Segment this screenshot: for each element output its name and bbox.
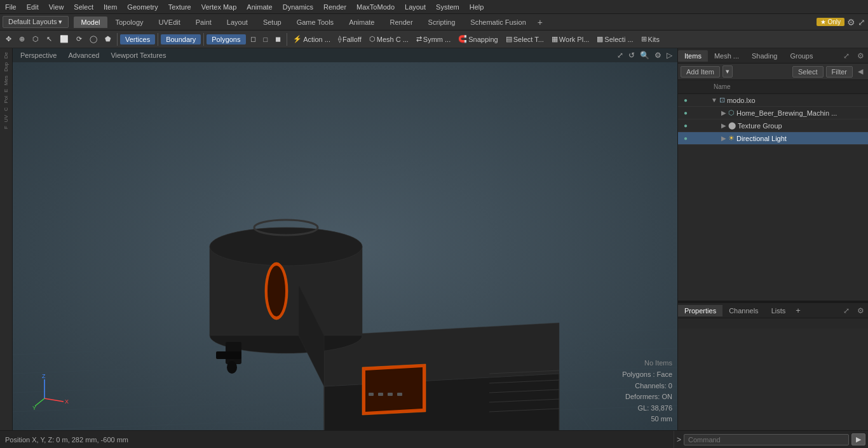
menu-render[interactable]: Render: [318, 2, 351, 12]
vis-icon-4[interactable]: ●: [681, 135, 691, 142]
tree-item-modo-lxo[interactable]: ● ▼ ⊡ modo.lxo: [678, 94, 868, 107]
tool-selectt[interactable]: ▤ Select T...: [503, 34, 547, 44]
tool-mode-extra[interactable]: ◻: [247, 34, 259, 44]
panel-tab-shading[interactable]: Shading: [745, 50, 783, 62]
vp-settings-icon[interactable]: ⚙: [653, 50, 663, 61]
menu-file[interactable]: File: [0, 2, 22, 12]
vp-3d-area[interactable]: No Items Polygons : Face Channels: 0 Def…: [13, 62, 677, 430]
tool-select[interactable]: ↖: [43, 34, 55, 44]
mode-vertices[interactable]: Vertices: [120, 34, 155, 44]
tool-kits[interactable]: ⊞ Kits: [638, 34, 663, 44]
panel-collapse-icon[interactable]: ◀: [855, 66, 865, 77]
tree-item-dir-light[interactable]: ● ▶ ☀ Directional Light: [678, 132, 868, 145]
vis-icon-1[interactable]: ●: [681, 97, 691, 104]
vis-icon-2[interactable]: ●: [681, 109, 691, 116]
left-tool-e[interactable]: E: [3, 88, 10, 93]
layout-tab-add[interactable]: +: [534, 16, 546, 29]
vp-search-icon[interactable]: 🔍: [639, 50, 651, 61]
prop-tab-channels[interactable]: Channels: [722, 305, 764, 316]
tab-paint[interactable]: Paint: [188, 17, 219, 28]
left-tool-uv[interactable]: UV: [3, 114, 10, 123]
tool-lasso[interactable]: ⬡: [29, 34, 42, 44]
tool-action[interactable]: ⚡ Action ...: [290, 34, 334, 44]
tab-model[interactable]: Model: [74, 17, 108, 28]
menu-help[interactable]: Help: [465, 2, 489, 12]
layout-settings-icon[interactable]: ⚙: [847, 17, 855, 27]
layout-expand-icon[interactable]: ⤢: [858, 17, 865, 27]
tree-item-texture-group[interactable]: ● ▶ ⬤ Texture Group: [678, 119, 868, 132]
panel-maximize-icon[interactable]: ⤢: [839, 50, 853, 62]
layout-dropdown[interactable]: Default Layouts ▾: [3, 16, 69, 28]
left-tool-dup[interactable]: Dup: [3, 61, 10, 73]
tab-gametools[interactable]: Game Tools: [289, 17, 342, 28]
tool-rotate[interactable]: ⟳: [73, 34, 85, 44]
panel-tab-items[interactable]: Items: [678, 50, 708, 62]
left-tool-f[interactable]: F: [3, 125, 10, 130]
prop-tab-add[interactable]: +: [792, 304, 804, 317]
tool-falloff[interactable]: ⟠ Falloff: [335, 34, 365, 44]
arrow-4[interactable]: ▶: [721, 135, 726, 142]
menu-animate[interactable]: Animate: [241, 2, 277, 12]
scene-tree[interactable]: ● ▼ ⊡ modo.lxo ● ▶ ⬡ Home_Beer_Brewing_M…: [678, 94, 868, 301]
menu-texture[interactable]: Texture: [163, 2, 196, 12]
add-dropdown-button[interactable]: ▾: [722, 65, 733, 78]
prop-maximize-icon[interactable]: ⤢: [839, 305, 853, 316]
tool-snap2[interactable]: ◼: [272, 34, 284, 44]
tab-animate[interactable]: Animate: [341, 17, 382, 28]
tool-sym[interactable]: ⇄ Symm ...: [413, 34, 454, 44]
command-execute[interactable]: ▶: [851, 433, 865, 445]
menu-maxtomodo[interactable]: MaxToModo: [351, 2, 400, 12]
arrow-3[interactable]: ▶: [721, 122, 726, 129]
tool-transform[interactable]: ⬜: [57, 34, 72, 44]
left-tool-de[interactable]: De: [3, 51, 10, 60]
menu-edit[interactable]: Edit: [22, 2, 44, 12]
menu-item[interactable]: Item: [98, 2, 122, 12]
tool-shield[interactable]: ⬟: [102, 34, 114, 44]
mode-polygons[interactable]: Polygons: [207, 34, 245, 44]
vp-tab-advanced[interactable]: Advanced: [64, 50, 103, 60]
tool-workpl[interactable]: ▦ Work Pl...: [548, 34, 592, 44]
prop-settings-icon[interactable]: ⚙: [853, 305, 868, 316]
tab-topology[interactable]: Topology: [107, 17, 151, 28]
mode-boundary[interactable]: Boundary: [161, 34, 201, 44]
menu-layout[interactable]: Layout: [400, 2, 431, 12]
tool-world[interactable]: ⊕: [16, 34, 28, 44]
filter-button[interactable]: Filter: [826, 66, 853, 78]
left-tool-mes[interactable]: Mes: [3, 74, 10, 86]
menu-geometry[interactable]: Geometry: [122, 2, 163, 12]
left-tool-c[interactable]: C: [3, 106, 10, 112]
star-badge[interactable]: ★ Only: [817, 18, 844, 26]
command-input[interactable]: [684, 434, 849, 445]
menu-dynamics[interactable]: Dynamics: [278, 2, 318, 12]
arrow-1[interactable]: ▼: [711, 97, 717, 104]
add-item-button[interactable]: Add Item: [681, 66, 720, 78]
tool-move[interactable]: ✥: [3, 34, 15, 44]
vp-tab-textures[interactable]: Viewport Textures: [107, 50, 170, 60]
vp-fit-icon[interactable]: ⤢: [616, 50, 625, 61]
tab-setup[interactable]: Setup: [255, 17, 289, 28]
panel-tab-groups[interactable]: Groups: [783, 50, 819, 62]
tab-scripting[interactable]: Scripting: [421, 17, 463, 28]
tree-item-home-beer[interactable]: ● ▶ ⬡ Home_Beer_Brewing_Machin ...: [678, 107, 868, 119]
left-tool-pol[interactable]: Pol: [3, 95, 10, 105]
select-button[interactable]: Select: [792, 66, 824, 78]
tab-layout[interactable]: Layout: [219, 17, 255, 28]
menu-view[interactable]: View: [44, 2, 69, 12]
vis-icon-3[interactable]: ●: [681, 122, 691, 129]
tab-render[interactable]: Render: [382, 17, 420, 28]
vp-expand-icon[interactable]: ▷: [665, 50, 674, 61]
menu-select[interactable]: Select: [69, 2, 98, 12]
tool-mesh[interactable]: ⬡ Mesh C ...: [366, 34, 412, 44]
vp-tab-perspective[interactable]: Perspective: [17, 50, 60, 60]
panel-settings-icon[interactable]: ⚙: [853, 50, 868, 62]
menu-system[interactable]: System: [431, 2, 465, 12]
vp-reset-icon[interactable]: ↺: [627, 50, 636, 61]
viewport[interactable]: Perspective Advanced Viewport Textures ⤢…: [13, 48, 677, 430]
tool-snapping[interactable]: 🧲 Snapping: [455, 34, 501, 44]
prop-tab-lists[interactable]: Lists: [765, 305, 792, 316]
tool-selecti[interactable]: ▩ Selecti ...: [593, 34, 636, 44]
tool-snap1[interactable]: □: [261, 34, 271, 44]
prop-tab-properties[interactable]: Properties: [678, 305, 722, 316]
arrow-2[interactable]: ▶: [721, 109, 726, 116]
tool-circle[interactable]: ◯: [86, 34, 100, 44]
